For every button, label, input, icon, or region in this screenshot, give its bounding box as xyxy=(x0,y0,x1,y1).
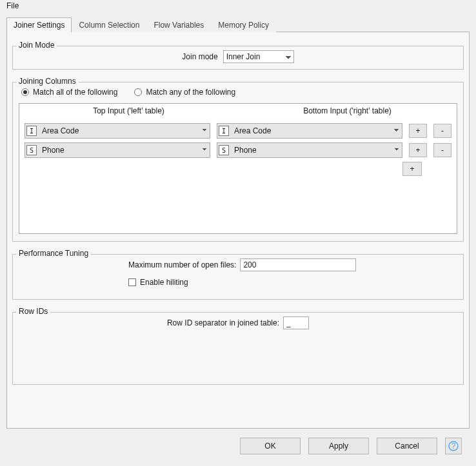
tab-strip: Joiner Settings Column Selection Flow Va… xyxy=(6,17,470,32)
right-column-select-wrap: S Phone xyxy=(217,142,402,158)
tab-column-selection[interactable]: Column Selection xyxy=(72,17,146,32)
tab-memory-policy[interactable]: Memory Policy xyxy=(211,17,276,32)
columns-body: I Area Code I Area Code + - xyxy=(19,118,457,181)
ok-button[interactable]: OK xyxy=(240,438,301,454)
radio-match-all[interactable]: Match all of the following xyxy=(21,88,117,97)
left-column-select[interactable]: Phone xyxy=(25,142,210,158)
left-column-select-wrap: I Area Code xyxy=(25,123,210,139)
row-id-separator-label: Row ID separator in joined table: xyxy=(167,318,279,327)
group-performance-tuning: Performance Tuning Maximum number of ope… xyxy=(12,249,464,300)
group-row-ids: Row IDs Row ID separator in joined table… xyxy=(12,307,464,385)
columns-editor: Top Input ('left' table) Bottom Input ('… xyxy=(19,103,457,234)
radio-label: Match any of the following xyxy=(146,88,235,97)
group-joining-columns: Joining Columns Match all of the followi… xyxy=(12,77,464,242)
group-join-mode: Join Mode Join mode Inner Join xyxy=(12,41,464,70)
right-column-select[interactable]: Phone xyxy=(217,142,402,158)
columns-header-left: Top Input ('left' table) xyxy=(19,104,238,118)
radio-match-any[interactable]: Match any of the following xyxy=(134,88,235,97)
remove-row-button[interactable]: - xyxy=(433,124,451,138)
radio-label: Match all of the following xyxy=(33,88,117,97)
group-title: Joining Columns xyxy=(16,77,79,86)
help-button[interactable]: ? xyxy=(445,438,462,454)
columns-header: Top Input ('left' table) Bottom Input ('… xyxy=(19,104,457,118)
group-title: Row IDs xyxy=(16,307,50,316)
join-mode-select[interactable]: Inner Join xyxy=(223,50,294,63)
tab-joiner-settings[interactable]: Joiner Settings xyxy=(6,17,72,32)
checkbox-icon xyxy=(128,278,136,286)
right-column-select-wrap: I Area Code xyxy=(217,123,402,139)
menu-file[interactable]: File xyxy=(4,0,21,12)
max-open-files-input[interactable] xyxy=(240,258,356,271)
left-column-select[interactable]: Area Code xyxy=(25,123,210,139)
group-title: Performance Tuning xyxy=(16,249,91,258)
checkbox-label: Enable hiliting xyxy=(140,278,188,287)
row-id-separator-input[interactable] xyxy=(283,316,309,329)
column-pair-row: S Phone S Phone + - xyxy=(25,142,451,158)
tab-flow-variables[interactable]: Flow Variables xyxy=(146,17,211,32)
add-row-button[interactable]: + xyxy=(409,143,427,157)
radio-dot-icon xyxy=(21,88,29,96)
cancel-button[interactable]: Cancel xyxy=(377,438,437,454)
add-new-row-button[interactable]: + xyxy=(402,162,422,176)
dialog-footer: OK Apply Cancel ? xyxy=(240,438,462,454)
help-icon: ? xyxy=(448,441,459,451)
apply-button[interactable]: Apply xyxy=(308,438,369,454)
left-column-select-wrap: S Phone xyxy=(25,142,210,158)
group-title: Join Mode xyxy=(16,41,57,50)
tabs-host: Joiner Settings Column Selection Flow Va… xyxy=(6,17,470,423)
join-mode-label: Join mode xyxy=(182,52,217,61)
radio-dot-icon xyxy=(134,88,142,96)
menubar: File xyxy=(4,0,21,12)
svg-text:?: ? xyxy=(451,442,456,451)
right-column-select[interactable]: Area Code xyxy=(217,123,402,139)
max-open-files-label: Maximum number of open files: xyxy=(128,260,236,269)
add-row-button[interactable]: + xyxy=(409,124,427,138)
column-pair-row: I Area Code I Area Code + - xyxy=(25,123,451,139)
dialog-window: File Joiner Settings Column Selection Fl… xyxy=(0,0,476,466)
columns-header-right: Bottom Input ('right' table) xyxy=(238,104,457,118)
enable-hiliting-checkbox[interactable]: Enable hiliting xyxy=(128,278,188,287)
tab-panel-joiner-settings: Join Mode Join mode Inner Join Joining C… xyxy=(6,32,470,429)
remove-row-button[interactable]: - xyxy=(433,143,451,157)
